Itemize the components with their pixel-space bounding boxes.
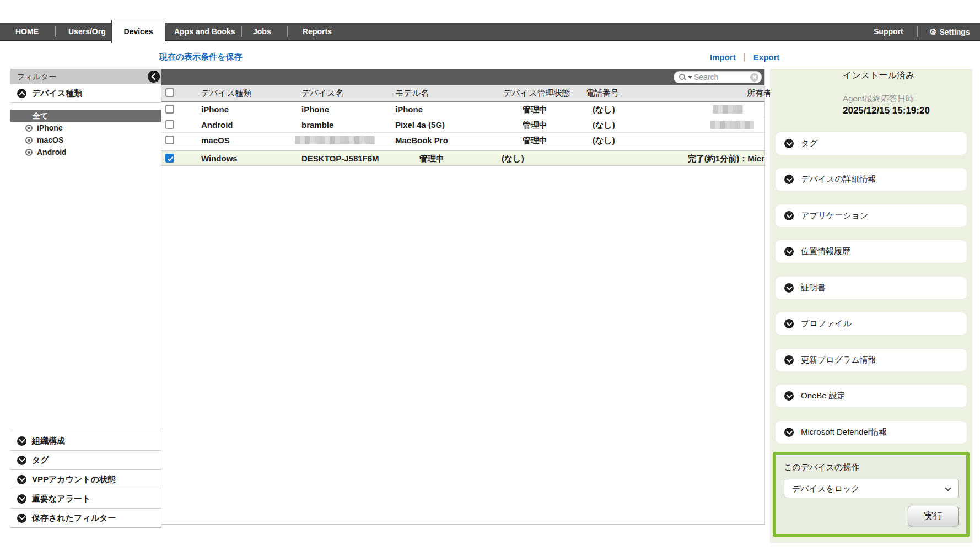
sidebar-collapsed-sections: 組織構成 タグ VPPアカウントの状態 重要なアラート 保存されたフィルター [10,431,161,527]
filter-sidebar: フィルター デバイス種類 全て iPhone macOS Android 組織構… [10,69,161,528]
sidebar-section-tags[interactable]: タグ [10,450,161,469]
col-device-type[interactable]: デバイス種類 [201,85,251,101]
cell-model-name: Pixel 4a (5G) [395,117,445,133]
radio-target-icon [25,137,33,144]
nav-support[interactable]: Support [874,23,903,41]
nav-users-org[interactable]: Users/Org [68,23,106,41]
device-table: デバイス種類 デバイス名 モデル名 デバイス管理状態 電話番号 所有者 iPho… [161,69,765,525]
chevron-down-icon [784,211,794,220]
table-row[interactable]: Android bramble Pixel 4a (5G) 管理中 (なし) [161,117,764,133]
chevron-down-icon [784,319,794,328]
select-all-checkbox[interactable] [165,88,174,97]
col-owner[interactable]: 所有者 [747,85,772,101]
nav-separator [55,26,56,37]
import-link[interactable]: Import [710,52,736,62]
row-checkbox[interactable] [165,120,174,129]
nav-reports[interactable]: Reports [303,23,332,41]
export-link[interactable]: Export [753,52,780,62]
sidebar-section-vpp-status[interactable]: VPPアカウントの状態 [10,469,161,489]
sidebar-section-critical-alerts[interactable]: 重要なアラート [10,489,161,508]
chevron-down-icon [784,355,794,365]
table-row[interactable]: macOS MacBook Pro 管理中 (なし) [161,133,764,148]
nav-separator [241,26,242,37]
table-row-selected-windows[interactable]: Windows DESKTOP-J581F6M 管理中 (なし) 完了(約1分前… [161,150,764,166]
filter-type-android[interactable]: Android [10,146,161,158]
spacer [10,103,161,110]
agent-last-response-label: Agent最終応答日時 [843,94,914,104]
sidebar-section-label: VPPアカウントの状態 [32,474,116,485]
nav-devices-active-tab[interactable]: Devices [111,20,165,43]
filter-type-all[interactable]: 全て [10,110,161,122]
clear-search-icon[interactable] [750,73,758,82]
filter-type-macos[interactable]: macOS [10,134,161,146]
cell-phone-number: (なし) [593,102,615,117]
chevron-down-icon [17,494,26,504]
device-action-panel: このデバイスの操作 デバイスをロック 実行 [773,452,970,537]
col-phone-number[interactable]: 電話番号 [586,85,619,101]
detail-section-device-details[interactable]: デバイスの詳細情報 [776,168,967,191]
nav-settings[interactable]: ⚙Settings [929,23,970,41]
cell-device-type: Android [201,117,233,133]
cell-phone-number: (なし) [593,133,615,148]
filter-type-iphone[interactable]: iPhone [10,122,161,134]
detail-section-label: タグ [801,138,818,149]
row-checkbox[interactable] [165,136,174,144]
col-device-name[interactable]: デバイス名 [301,85,343,101]
nav-separator [287,26,288,37]
cell-mgmt-status: 管理中 [503,133,567,148]
link-separator: | [744,52,746,62]
detail-section-label: Microsoft Defender情報 [801,427,887,437]
cell-device-name: DESKTOP-J581F6M [301,151,379,166]
detail-section-tags[interactable]: タグ [776,132,967,155]
gear-icon: ⚙ [929,27,936,36]
chevron-down-icon [945,485,951,491]
nav-apps-and-books[interactable]: Apps and Books [174,23,235,41]
mdm-console: HOME Users/Org Devices Apps and Books Jo… [0,0,980,551]
save-view-conditions-link[interactable]: 現在の表示条件を保存 [159,52,243,62]
detail-section-profiles[interactable]: プロファイル [776,312,967,335]
cell-model-name: iPhone [395,102,423,117]
detail-section-applications[interactable]: アプリケーション [776,204,967,227]
sidebar-section-device-type[interactable]: デバイス種類 [10,84,161,103]
table-header-row: デバイス種類 デバイス名 モデル名 デバイス管理状態 電話番号 所有者 [161,85,764,102]
detail-section-label: 位置情報履歴 [801,246,850,257]
redacted-device-name [295,136,375,144]
col-model-name[interactable]: モデル名 [395,85,429,101]
row-checkbox-checked[interactable] [165,154,174,163]
detail-section-certificates[interactable]: 証明書 [776,277,967,299]
col-mgmt-status[interactable]: デバイス管理状態 [503,85,570,101]
cell-phone-number: (なし) [502,151,524,166]
sidebar-section-saved-filters[interactable]: 保存されたフィルター [10,508,161,527]
search-box [674,71,762,83]
cell-device-type: Windows [201,151,238,166]
sidebar-section-organization[interactable]: 組織構成 [10,431,161,450]
device-detail-panel: インストール済み Agent最終応答日時 2025/12/15 15:19:20… [770,69,972,543]
detail-section-microsoft-defender[interactable]: Microsoft Defender情報 [776,421,967,444]
detail-section-label: プロファイル [801,318,852,329]
chevron-down-icon [784,283,794,293]
search-scope-dropdown-icon[interactable] [688,76,692,79]
detail-section-location-history[interactable]: 位置情報履歴 [776,240,967,263]
cell-device-name: iPhone [301,102,329,117]
row-checkbox[interactable] [165,105,174,114]
collapse-sidebar-icon[interactable] [148,71,160,83]
table-row[interactable]: iPhone iPhone iPhone 管理中 (なし) [161,102,764,117]
detail-section-label: デバイスの詳細情報 [801,174,876,185]
cell-mgmt-status: 管理中 [503,102,567,117]
cell-mgmt-status: 管理中 [503,117,567,133]
filter-type-label: Android [37,148,67,156]
filter-title: フィルター [17,72,56,81]
detail-section-onebe-settings[interactable]: OneBe 設定 [776,385,967,407]
nav-home[interactable]: HOME [15,23,39,41]
nav-jobs[interactable]: Jobs [253,23,271,41]
search-input[interactable] [694,73,749,82]
cell-device-type: iPhone [201,102,229,117]
detail-section-label: OneBe 設定 [801,391,846,401]
sidebar-section-label: 組織構成 [32,436,65,446]
nav-settings-label: Settings [939,28,970,36]
execute-button[interactable]: 実行 [908,506,959,526]
detail-section-update-programs[interactable]: 更新プログラム情報 [776,349,967,371]
detail-section-label: アプリケーション [801,210,868,221]
detail-section-label: 更新プログラム情報 [801,355,876,365]
device-action-select[interactable]: デバイスをロック [784,479,959,498]
